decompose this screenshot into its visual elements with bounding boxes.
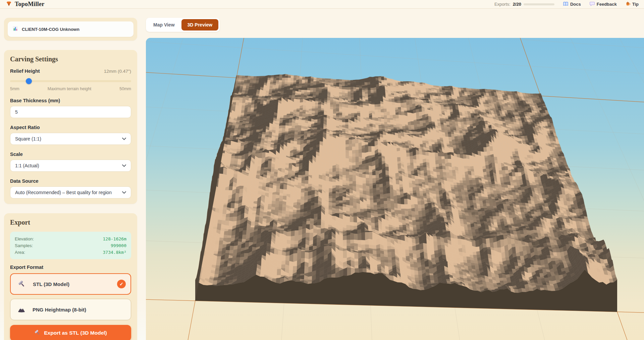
sidebar: CLIENT-10M-COG Unknown Carving Settings … (4, 18, 137, 340)
stat-value: 999000 (111, 243, 126, 248)
export-button-label: Export as STL (3D Model) (44, 330, 107, 336)
hammer-icon (17, 280, 26, 288)
aspect-ratio-value: Square (1:1) (15, 136, 41, 141)
slider-min-label: 5mm (10, 87, 19, 91)
carving-settings-title: Carving Settings (10, 55, 131, 63)
view-tabs: Map View 3D Preview (146, 18, 220, 32)
stat-row-elevation: Elevation: 128-1626m (15, 235, 126, 242)
check-icon: ✓ (117, 280, 126, 288)
chevron-down-icon (122, 164, 126, 167)
format-option-stl[interactable]: STL (3D Model) ✓ (10, 273, 131, 295)
exports-count: 2/20 (513, 2, 521, 7)
data-source-label: Data Source (10, 178, 131, 184)
slider-mid-label: Maximum terrain height (48, 87, 92, 91)
scale-select[interactable]: 1:1 (Actual) (10, 160, 131, 172)
app-header: TopoMiller Exports: 2/20 Docs Feedback T… (0, 0, 644, 9)
format-option-png[interactable]: PNG Heightmap (8-bit) (10, 299, 131, 320)
base-thickness-label: Base Thickness (mm) (10, 98, 131, 103)
aspect-ratio-select[interactable]: Square (1:1) (10, 133, 131, 145)
feedback-label: Feedback (597, 2, 617, 7)
data-source-select[interactable]: Auto (Recommended) – Best quality for re… (10, 186, 131, 199)
exports-progress-bar (524, 3, 554, 5)
stat-value: 3734.8km² (103, 250, 126, 255)
docs-link[interactable]: Docs (563, 2, 581, 7)
docs-label: Docs (570, 2, 581, 7)
stat-value: 128-1626m (103, 236, 126, 241)
hammer-icon (34, 329, 41, 337)
loaded-file-chip[interactable]: CLIENT-10M-COG Unknown (8, 21, 133, 37)
chevron-down-icon (122, 191, 126, 194)
relief-height-slider[interactable] (10, 78, 131, 84)
stat-row-area: Area: 3734.8km² (15, 249, 126, 256)
file-chart-icon (12, 26, 18, 33)
mountain-icon (17, 305, 26, 314)
stat-label: Samples: (15, 243, 33, 248)
tip-label: Tip (632, 2, 639, 7)
scale-value: 1:1 (Actual) (15, 163, 39, 168)
base-thickness-input[interactable] (10, 106, 131, 118)
aspect-ratio-label: Aspect Ratio (10, 125, 131, 130)
stat-label: Elevation: (15, 236, 34, 241)
chevron-down-icon (122, 137, 126, 140)
brand: TopoMiller (6, 1, 44, 8)
slider-thumb[interactable] (26, 78, 32, 84)
feedback-icon (590, 2, 595, 7)
tip-icon (626, 1, 630, 7)
format-name-png: PNG Heightmap (8-bit) (33, 307, 126, 313)
app-logo-icon (6, 1, 12, 8)
relief-height-value: 12mm (0.47") (104, 69, 131, 74)
exports-quota: Exports: 2/20 (494, 2, 554, 7)
stat-row-samples: Samples: 999000 (15, 242, 126, 249)
carving-settings-card: Carving Settings Relief Height 12mm (0.4… (4, 50, 137, 204)
slider-max-label: 50mm (119, 87, 131, 91)
tab-3d-preview[interactable]: 3D Preview (181, 19, 219, 31)
docs-icon (563, 2, 568, 7)
exports-label: Exports: (494, 2, 511, 7)
slider-scale: 5mm Maximum terrain height 50mm (10, 87, 131, 91)
export-stats-box: Elevation: 128-1626m Samples: 999000 Are… (10, 232, 131, 259)
format-name-stl: STL (3D Model) (33, 281, 117, 287)
relief-height-label: Relief Height (10, 68, 40, 74)
export-card: Export Elevation: 128-1626m Samples: 999… (4, 213, 137, 340)
data-source-value: Auto (Recommended) – Best quality for re… (15, 190, 112, 195)
terrain-canvas[interactable] (146, 38, 644, 340)
export-title: Export (10, 219, 131, 226)
export-button[interactable]: Export as STL (3D Model) (10, 325, 131, 340)
feedback-link[interactable]: Feedback (590, 2, 617, 7)
export-format-label: Export Format (10, 265, 131, 270)
app-title: TopoMiller (15, 1, 44, 8)
file-name: CLIENT-10M-COG Unknown (22, 27, 79, 32)
loaded-file-card: CLIENT-10M-COG Unknown (4, 18, 137, 41)
stat-label: Area: (15, 250, 25, 255)
tip-link[interactable]: Tip (626, 1, 639, 7)
3d-preview-viewport[interactable] (146, 38, 644, 340)
tab-map-view[interactable]: Map View (147, 19, 181, 31)
scale-label: Scale (10, 152, 131, 157)
